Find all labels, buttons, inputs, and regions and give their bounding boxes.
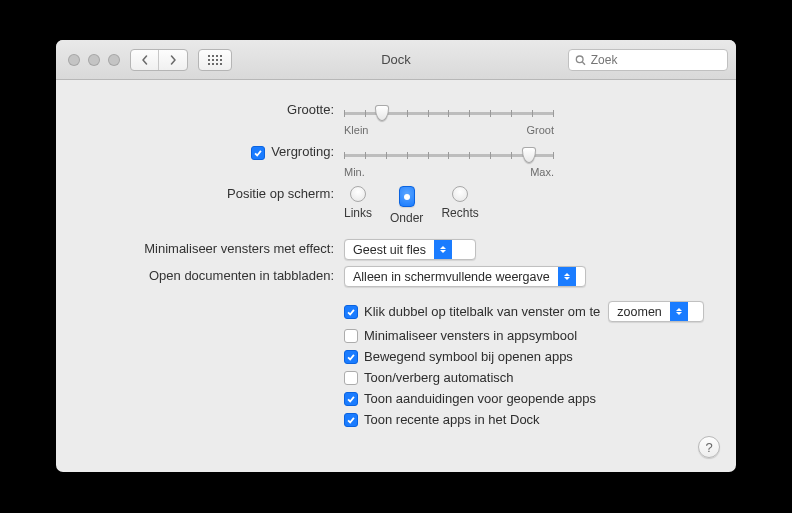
preferences-window: Dock Grootte: Klein Groot xyxy=(56,40,736,472)
check-autohide: Toon/verberg automatisch xyxy=(344,370,708,385)
minimize-effect-value: Geest uit fles xyxy=(345,243,434,257)
row-position: Positie op scherm: Links Onder Rechts xyxy=(84,184,708,225)
check-icon xyxy=(346,307,356,317)
position-radio-right[interactable] xyxy=(452,186,468,202)
doubleclick-checkbox[interactable] xyxy=(344,305,358,319)
zoom-window-button[interactable] xyxy=(108,54,120,66)
minimize-window-button[interactable] xyxy=(88,54,100,66)
minimize-into-icon-checkbox[interactable] xyxy=(344,329,358,343)
check-animate-open: Bewegend symbool bij openen apps xyxy=(344,349,708,364)
autohide-checkbox[interactable] xyxy=(344,371,358,385)
row-magnification: Vergroting: Min. Max. xyxy=(84,142,708,178)
size-label: Grootte: xyxy=(84,100,344,117)
open-tabs-value: Alleen in schermvullende weergave xyxy=(345,270,558,284)
check-icon xyxy=(253,148,263,158)
position-right-label: Rechts xyxy=(441,206,478,220)
indicators-label: Toon aanduidingen voor geopende apps xyxy=(364,391,596,406)
position-radio-bottom[interactable] xyxy=(399,186,415,207)
check-minimize-into-icon: Minimaliseer vensters in appsymbool xyxy=(344,328,708,343)
search-input[interactable] xyxy=(591,53,721,67)
magnification-min-label: Min. xyxy=(344,166,365,178)
content: Grootte: Klein Groot xyxy=(56,80,736,453)
check-indicators: Toon aanduidingen voor geopende apps xyxy=(344,391,708,406)
search-icon xyxy=(575,54,586,66)
row-minimize-effect: Minimaliseer vensters met effect: Geest … xyxy=(84,239,708,260)
close-window-button[interactable] xyxy=(68,54,80,66)
minimize-into-icon-label: Minimaliseer vensters in appsymbool xyxy=(364,328,577,343)
check-icon xyxy=(346,352,356,362)
svg-point-0 xyxy=(576,55,583,62)
size-slider[interactable] xyxy=(344,104,554,122)
doubleclick-label: Klik dubbel op titelbalk van venster om … xyxy=(364,304,600,319)
check-icon xyxy=(346,394,356,404)
magnification-slider-thumb[interactable] xyxy=(522,147,536,163)
svg-line-1 xyxy=(582,62,585,65)
titlebar: Dock xyxy=(56,40,736,80)
minimize-effect-label: Minimaliseer vensters met effect: xyxy=(84,239,344,256)
magnification-checkbox[interactable] xyxy=(251,146,265,160)
open-tabs-label: Open documenten in tabbladen: xyxy=(84,266,344,283)
size-max-label: Groot xyxy=(526,124,554,136)
recent-apps-checkbox[interactable] xyxy=(344,413,358,427)
chevron-right-icon xyxy=(168,55,178,65)
position-radio-left[interactable] xyxy=(350,186,366,202)
animate-open-checkbox[interactable] xyxy=(344,350,358,364)
minimize-effect-select[interactable]: Geest uit fles xyxy=(344,239,476,260)
row-checks: Klik dubbel op titelbalk van venster om … xyxy=(84,295,708,427)
autohide-label: Toon/verberg automatisch xyxy=(364,370,514,385)
check-recent-apps: Toon recente apps in het Dock xyxy=(344,412,708,427)
magnification-slider[interactable] xyxy=(344,146,554,164)
size-min-label: Klein xyxy=(344,124,368,136)
open-tabs-select[interactable]: Alleen in schermvullende weergave xyxy=(344,266,586,287)
doubleclick-action-select[interactable]: zoomen xyxy=(608,301,704,322)
position-label: Positie op scherm: xyxy=(84,184,344,201)
animate-open-label: Bewegend symbool bij openen apps xyxy=(364,349,573,364)
check-icon xyxy=(346,415,356,425)
back-button[interactable] xyxy=(131,50,159,70)
stepper-icon xyxy=(434,240,452,259)
grid-icon xyxy=(208,55,222,65)
position-left-label: Links xyxy=(344,206,372,220)
show-all-button[interactable] xyxy=(198,49,232,71)
position-bottom-label: Onder xyxy=(390,211,423,225)
row-open-tabs: Open documenten in tabbladen: Alleen in … xyxy=(84,266,708,287)
magnification-label: Vergroting: xyxy=(271,144,334,159)
row-size: Grootte: Klein Groot xyxy=(84,100,708,136)
help-button[interactable]: ? xyxy=(698,436,720,458)
forward-button[interactable] xyxy=(159,50,187,70)
recent-apps-label: Toon recente apps in het Dock xyxy=(364,412,540,427)
stepper-icon xyxy=(670,302,688,321)
magnification-max-label: Max. xyxy=(530,166,554,178)
nav-back-forward xyxy=(130,49,188,71)
window-controls xyxy=(68,54,120,66)
search-field[interactable] xyxy=(568,49,728,71)
check-doubleclick: Klik dubbel op titelbalk van venster om … xyxy=(344,301,708,322)
stepper-icon xyxy=(558,267,576,286)
indicators-checkbox[interactable] xyxy=(344,392,358,406)
doubleclick-action-value: zoomen xyxy=(609,305,669,319)
size-slider-thumb[interactable] xyxy=(375,105,389,121)
chevron-left-icon xyxy=(140,55,150,65)
